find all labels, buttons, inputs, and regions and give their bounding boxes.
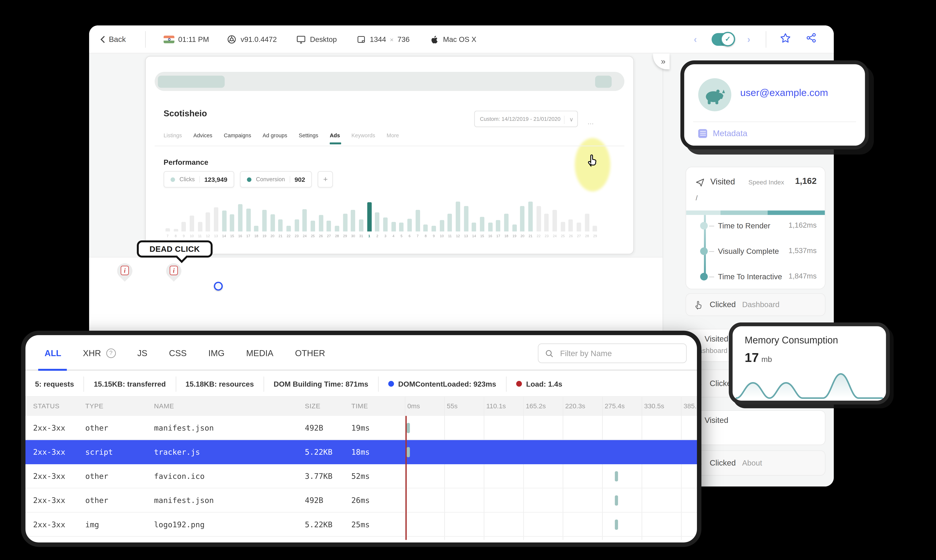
resolution-info: 1344 × 736 [356,25,410,54]
chart-bar-label: 11 [448,234,452,238]
share-button[interactable] [806,32,819,45]
prev-session-button[interactable]: ‹ [694,34,697,45]
table-row[interactable]: 2xx-3xximglogo192.png5.22KB25ms [25,512,697,537]
network-stat: DOM Building Time: 871ms [264,376,379,391]
network-tab-all[interactable]: ALL [45,348,61,358]
network-tab-media[interactable]: MEDIA [246,348,273,358]
chart-bar-label: 18 [254,234,258,238]
stat-text: DOMContentLoaded: 923ms [398,380,496,388]
chart-bar [439,220,444,231]
page-tab-ads[interactable]: Ads [330,132,340,145]
next-session-button[interactable]: › [747,34,751,45]
event-clicked-about[interactable]: Clicked About [686,450,825,475]
chart-bar-slot: 11 [196,199,204,238]
chip-dot [247,177,251,182]
toolbar-divider [766,31,766,48]
cell-status: 2xx-3xx [33,472,65,480]
network-tab-js[interactable]: JS [137,348,148,358]
chart-bar [415,210,420,232]
page-tab-more[interactable]: More [387,132,399,145]
chart-bar [319,215,323,231]
table-row[interactable]: 2xx-3xxothermanifest.json492B26ms [25,488,697,512]
page-tab-ad-groups[interactable]: Ad groups [263,132,287,145]
grid-line [602,397,603,416]
chart-bar-slot: 25 [559,199,567,238]
chart-bar [254,226,259,232]
replayed-page: Scotisheio Custom: 14/12/2019 - 21/01/20… [145,56,634,254]
help-icon[interactable]: ? [106,348,116,358]
visited-speed-card[interactable]: Visited Speed Index 1,162 / Time to Rend… [686,167,825,289]
cell-status: 2xx-3xx [33,495,65,505]
user-email: user@example.com [740,87,828,98]
network-tab-img[interactable]: IMG [208,348,225,358]
chart-bar-slot: 19 [261,199,268,238]
share-icon [806,32,817,43]
chart-bar [278,219,283,232]
chart-bar [577,223,581,232]
chart-bar-label: 15 [480,234,484,238]
metric-dot [700,273,708,280]
cell-type: img [85,520,99,529]
network-tab-xhr[interactable]: XHR? [83,348,116,358]
cell-name: manifest.json [154,495,214,505]
table-row[interactable]: 2xx-3xxotherfavicon.ico3.77KB52ms [25,464,697,488]
metadata-button[interactable]: Metadata [698,129,747,138]
metric-chip-conversion[interactable]: Conversion902 [240,171,312,188]
favorite-button[interactable] [780,32,793,45]
chart-bar-slot: 27 [575,199,583,238]
page-tab-keywords[interactable]: Keywords [352,132,375,145]
memory-consumption-popup: Memory Consumption 17mb [729,323,890,405]
rhino-icon [698,78,731,111]
network-tab-css[interactable]: CSS [169,348,187,358]
metric-tick [709,226,714,226]
time-column-header: 55s [447,402,458,409]
chart-bar [302,209,307,232]
table-row[interactable]: 2xx-3xxothermanifest.json492B19ms [25,416,697,440]
add-metric-button[interactable]: + [318,171,333,188]
more-options-dots[interactable]: ⋯ [588,120,594,127]
chart-bar-slot: 29 [591,199,599,238]
network-stat: 15.15KB: transferred [84,376,176,391]
metric-label: Visually Complete [718,247,779,256]
page-tab-advices[interactable]: Advices [193,132,212,145]
timeline-handle[interactable] [214,282,223,291]
page-tab-settings[interactable]: Settings [299,132,318,145]
chip-label: Conversion [256,176,290,183]
collapse-sidebar-button[interactable]: » [653,54,669,69]
network-tab-other[interactable]: OTHER [295,348,325,358]
chart-bar-slot: 5 [398,199,406,238]
table-row[interactable]: 2xx-3xxscripttracker.js5.22KB18ms [25,440,697,464]
chart-bar-label: 19 [513,234,517,238]
chart-bar-slot: 13 [462,199,470,238]
chart-bar-slot: 9 [180,199,188,238]
cell-time: 25ms [352,520,370,529]
stat-text: 5: requests [35,380,74,388]
event-visited[interactable]: Visited [686,410,825,445]
chart-bar-label: 13 [214,234,218,238]
chart-bar [222,211,226,231]
chart-bar-slot: 10 [438,199,446,238]
chart-bar-slot: 31 [357,199,365,238]
event-clicked-dashboard[interactable]: Clicked Dashboard [686,293,825,316]
metric-dot [700,248,708,255]
metric-chip-clicks[interactable]: Clicks123,949 [163,171,234,188]
chip-label: Clicks [179,176,200,183]
back-button[interactable]: Back [100,25,126,54]
autoplay-toggle[interactable]: ✓ [712,33,733,46]
metric-value: 1,537ms [788,247,817,254]
cell-size: 5.22KB [305,520,333,529]
page-tab-listings[interactable]: Listings [163,132,182,145]
chart-bar [190,215,194,232]
chart-bar-label: 9 [183,234,185,238]
chart-bar [488,223,492,232]
load-time-marker-line [406,416,406,540]
chart-bar [472,223,476,232]
date-range-select[interactable]: Custom: 14/12/2019 - 21/01/2020 ∨ [474,111,578,127]
chart-bar-slot: 26 [317,199,325,238]
network-stat: 15.18KB: resources [176,376,264,391]
table-body: 2xx-3xxothermanifest.json492B19ms2xx-3xx… [25,416,697,540]
filter-input[interactable] [559,348,667,358]
chart-bar-label: 14 [472,234,476,238]
chart-bar-slot: 12 [204,199,212,238]
page-tab-campaigns[interactable]: Campaigns [224,132,251,145]
